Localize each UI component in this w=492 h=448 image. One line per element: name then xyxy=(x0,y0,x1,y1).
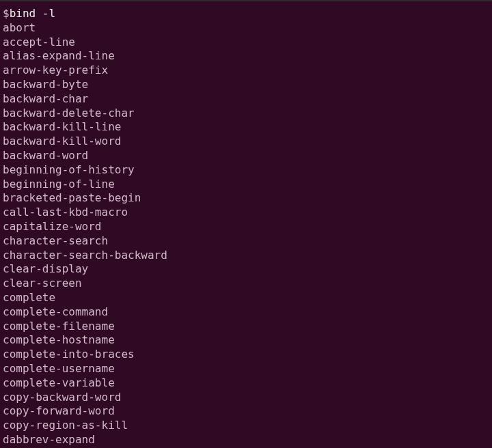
output-lines-container: abortaccept-linealias-expand-linearrow-k… xyxy=(3,21,489,447)
output-line: copy-backward-word xyxy=(3,391,489,405)
output-line: call-last-kbd-macro xyxy=(3,206,489,220)
output-line: beginning-of-line xyxy=(3,178,489,192)
output-line: complete-filename xyxy=(3,320,489,334)
terminal-output[interactable]: $bind -l abortaccept-linealias-expand-li… xyxy=(3,7,489,447)
output-line: character-search-backward xyxy=(3,249,489,263)
output-line: bracketed-paste-begin xyxy=(3,191,489,206)
output-line: backward-char xyxy=(3,92,489,107)
output-line: dabbrev-expand xyxy=(3,433,489,447)
output-line: backward-word xyxy=(3,149,489,163)
output-line: alias-expand-line xyxy=(3,49,489,64)
output-line: abort xyxy=(3,21,489,36)
window-top-border xyxy=(0,0,492,1)
output-line: complete-hostname xyxy=(3,333,489,348)
output-line: arrow-key-prefix xyxy=(3,64,489,78)
output-line: complete-variable xyxy=(3,376,489,391)
output-line: complete-command xyxy=(3,305,489,320)
output-line: complete-into-braces xyxy=(3,348,489,362)
output-line: backward-kill-line xyxy=(3,120,489,135)
output-line: copy-region-as-kill xyxy=(3,419,489,433)
output-line: complete xyxy=(3,291,489,305)
output-line: accept-line xyxy=(3,36,489,50)
output-line: complete-username xyxy=(3,362,489,376)
output-line: backward-kill-word xyxy=(3,135,489,149)
output-line: clear-screen xyxy=(3,277,489,291)
typed-command: bind -l xyxy=(10,7,55,20)
output-line: capitalize-word xyxy=(3,220,489,234)
output-line: clear-display xyxy=(3,262,489,277)
command-line: $bind -l xyxy=(3,7,489,21)
shell-prompt: $ xyxy=(3,7,10,20)
output-line: beginning-of-history xyxy=(3,163,489,178)
output-line: copy-forward-word xyxy=(3,404,489,419)
output-line: backward-byte xyxy=(3,78,489,92)
output-line: backward-delete-char xyxy=(3,107,489,121)
output-line: character-search xyxy=(3,234,489,249)
